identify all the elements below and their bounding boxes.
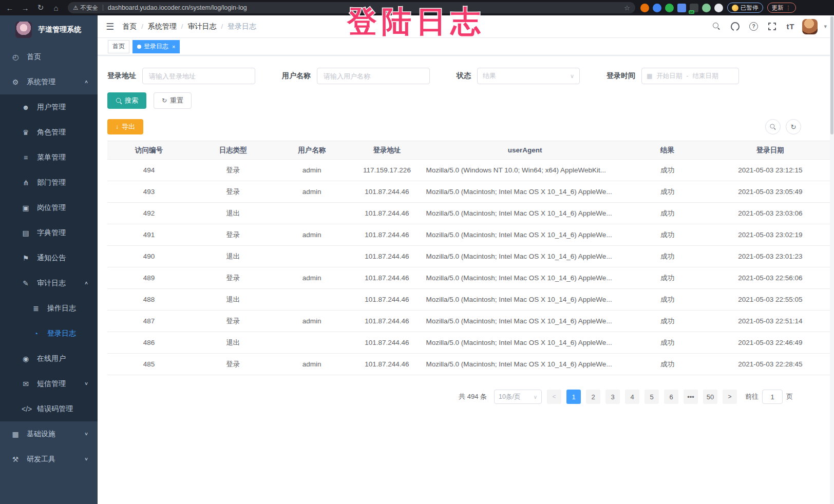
home-icon[interactable]: ⌂ — [49, 2, 63, 14]
prev-page-button[interactable]: < — [547, 390, 561, 404]
sidebar-item-oplog[interactable]: ≣操作日志 — [0, 296, 98, 321]
username-input[interactable] — [317, 68, 430, 84]
help-icon[interactable] — [747, 20, 760, 33]
search-button[interactable]: 搜索 — [107, 92, 146, 109]
search-icon[interactable] — [710, 20, 723, 33]
sidebar-item-dict[interactable]: ▤字典管理 — [0, 220, 98, 245]
user-avatar[interactable] — [802, 19, 818, 34]
breadcrumb-item[interactable]: 系统管理 — [148, 22, 177, 31]
status-select[interactable]: 结果 ∨ — [477, 68, 580, 84]
table-cell: 成功 — [624, 274, 711, 283]
goto-label: 前往 — [745, 392, 759, 401]
page-button-5[interactable]: 5 — [645, 390, 659, 404]
table-cell: admin — [276, 360, 348, 368]
table-cell: 2021-05-03 22:51:14 — [711, 317, 830, 325]
table-cell: 491 — [107, 231, 191, 239]
date-range-picker[interactable]: ▦ 开始日期 - 结束日期 — [641, 68, 739, 84]
puzzle-extension-icon[interactable] — [714, 4, 723, 12]
grid-extension-icon[interactable] — [677, 4, 686, 12]
login-address-input[interactable] — [142, 68, 255, 84]
paused-badge[interactable]: 已暂停 — [727, 3, 763, 13]
sidebar-item-dept[interactable]: ⋔部门管理 — [0, 170, 98, 195]
sidebar-item-system[interactable]: ⚙系统管理∧ — [0, 69, 98, 94]
breadcrumb-item[interactable]: 首页 — [122, 22, 137, 31]
sidebar-item-sms[interactable]: ✉短信管理∨ — [0, 371, 98, 396]
app-title: 芋道管理系统 — [38, 25, 81, 34]
dept-icon: ⋔ — [22, 179, 30, 187]
tag-close-icon[interactable]: × — [172, 44, 175, 50]
goto-page-input[interactable] — [762, 390, 783, 404]
security-warning[interactable]: ⚠不安全 — [73, 4, 98, 12]
export-button[interactable]: ↓ 导出 — [107, 119, 143, 134]
sidebar-item-loginlog[interactable]: ◔登录日志 — [0, 321, 98, 346]
sidebar-item-infra[interactable]: ▦基础设施∨ — [0, 421, 98, 447]
reset-button[interactable]: ↻ 重置 — [154, 92, 192, 109]
sidebar-item-tools[interactable]: ⚒研发工具∨ — [0, 447, 98, 472]
github-icon[interactable] — [728, 20, 742, 33]
sidebar-item-audit[interactable]: ✎审计日志∧ — [0, 270, 98, 296]
browser-menu-dots-icon[interactable]: ⋮ — [786, 5, 791, 11]
url-text[interactable]: dashboard.yudao.iocoder.cn/system/log/lo… — [108, 4, 620, 11]
table-cell: Mozilla/5.0 (Macintosh; Intel Mac OS X 1… — [426, 296, 624, 303]
emoji-face-icon — [732, 5, 738, 11]
font-size-icon[interactable] — [784, 20, 797, 33]
address-divider — [103, 5, 103, 11]
blue-shield-extension-icon[interactable] — [653, 4, 661, 12]
page-button-4[interactable]: 4 — [625, 390, 639, 404]
window-scrollbar[interactable] — [830, 15, 834, 504]
tampermonkey-extension-icon[interactable]: on — [690, 4, 698, 12]
address-bar[interactable]: ⚠不安全 dashboard.yudao.iocoder.cn/system/l… — [68, 2, 635, 13]
sidebar-item-label: 部门管理 — [37, 178, 66, 187]
main-area: ☰ 首页/系统管理/审计日志/登录日志 ▾ 首页登录日志× 登录地址 — [98, 15, 834, 504]
sidebar-item-label: 通知公告 — [37, 254, 66, 263]
table-cell: 101.87.244.46 — [348, 296, 426, 303]
table-cell: 488 — [107, 296, 191, 303]
bookmark-star-icon[interactable]: ☆ — [624, 4, 630, 12]
fullscreen-icon[interactable] — [765, 20, 779, 33]
page-size-select[interactable]: 10条/页 ∨ — [494, 390, 542, 404]
sidebar-item-online[interactable]: ◉在线用户 — [0, 346, 98, 371]
update-button[interactable]: 更新 ⋮ — [767, 3, 796, 13]
page-button-6[interactable]: 6 — [664, 390, 678, 404]
page-button-1[interactable]: 1 — [566, 390, 581, 404]
table-cell: 101.87.244.46 — [348, 188, 426, 196]
page-button-2[interactable]: 2 — [586, 390, 600, 404]
table-cell: 2021-05-03 23:03:06 — [711, 209, 830, 217]
reload-icon[interactable]: ↻ — [34, 2, 47, 14]
sidebar-item-dashboard[interactable]: ◴首页 — [0, 44, 98, 69]
avatar-caret-icon[interactable]: ▾ — [824, 23, 827, 30]
sidebar-item-notice[interactable]: ⚑通知公告 — [0, 245, 98, 270]
page-button-3[interactable]: 3 — [605, 390, 620, 404]
green-circle-extension-icon[interactable] — [665, 4, 674, 12]
more-pages-button[interactable]: ••• — [684, 390, 698, 404]
back-icon[interactable]: ← — [3, 2, 16, 14]
table-cell: 登录 — [191, 230, 276, 240]
table-cell: Mozilla/5.0 (Macintosh; Intel Mac OS X 1… — [426, 253, 624, 260]
forward-icon[interactable]: → — [18, 2, 32, 14]
hamburger-icon[interactable]: ☰ — [98, 21, 122, 32]
sidebar-item-label: 在线用户 — [37, 354, 66, 363]
scrollbar-thumb[interactable] — [830, 16, 833, 134]
table-cell: 486 — [107, 339, 191, 346]
sidebar: 芋道管理系统 ◴首页⚙系统管理∧☻用户管理♛角色管理≡菜单管理⋔部门管理▣岗位管… — [0, 15, 98, 504]
toggle-search-button[interactable] — [765, 119, 781, 134]
table-body: 494登录admin117.159.17.226Mozilla/5.0 (Win… — [107, 160, 830, 375]
user-icon: ☻ — [22, 103, 30, 111]
tag-item[interactable]: 首页 — [108, 40, 129, 53]
sidebar-logo[interactable]: 芋道管理系统 — [0, 15, 98, 44]
sidebar-item-role[interactable]: ♛角色管理 — [0, 120, 98, 145]
breadcrumb-item[interactable]: 审计日志 — [187, 22, 216, 31]
leaf-extension-icon[interactable] — [702, 4, 711, 12]
breadcrumb-separator: / — [141, 23, 143, 30]
sidebar-item-user[interactable]: ☻用户管理 — [0, 94, 98, 120]
page-button-50[interactable]: 50 — [703, 390, 717, 404]
sidebar-item-errcode[interactable]: </>错误码管理 — [0, 396, 98, 421]
tag-active[interactable]: 登录日志× — [132, 40, 180, 53]
sidebar-item-post[interactable]: ▣岗位管理 — [0, 195, 98, 220]
orange-extension-icon[interactable] — [640, 4, 649, 12]
table-cell: Mozilla/5.0 (Macintosh; Intel Mac OS X 1… — [426, 360, 624, 368]
column-header: 结果 — [624, 146, 711, 155]
sidebar-item-menu[interactable]: ≡菜单管理 — [0, 145, 98, 170]
next-page-button[interactable]: > — [723, 390, 737, 404]
refresh-table-button[interactable]: ↻ — [786, 119, 801, 134]
